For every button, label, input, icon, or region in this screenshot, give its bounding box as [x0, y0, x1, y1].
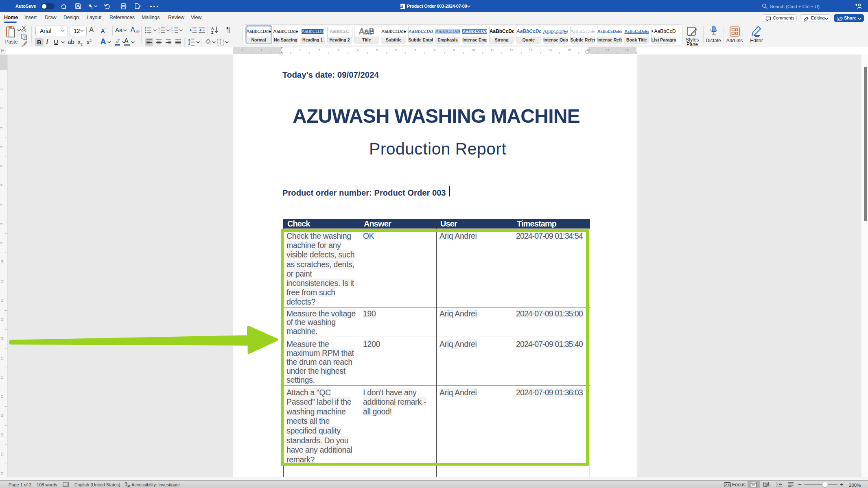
svg-text:Z: Z [211, 30, 214, 34]
svg-text:3: 3 [158, 32, 160, 34]
svg-text:A: A [211, 26, 214, 30]
svg-text:W: W [400, 5, 403, 8]
svg-text:i: i [172, 32, 173, 34]
